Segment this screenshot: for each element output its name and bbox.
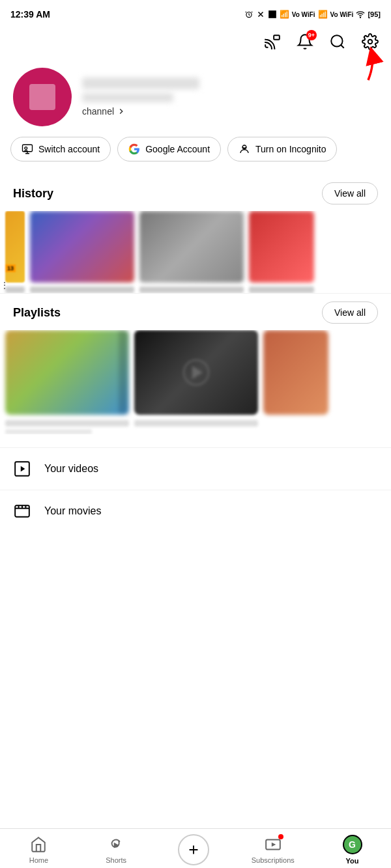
shorts-icon xyxy=(107,835,125,854)
avatar[interactable] xyxy=(13,68,72,126)
google-account-button[interactable]: Google Account xyxy=(117,137,221,161)
channel-link[interactable]: channel xyxy=(82,106,378,117)
svg-rect-1 xyxy=(268,10,276,18)
status-bar: 12:39 AM 📶 Vo WiFi 📶 Vo WiFi [95] xyxy=(0,0,391,26)
clapboard-icon xyxy=(14,503,31,520)
your-videos-label: Your videos xyxy=(44,463,98,475)
cast-icon xyxy=(264,33,281,50)
profile-name-blur xyxy=(82,77,199,89)
home-label: Home xyxy=(29,856,48,864)
history-section-header: History View all xyxy=(0,175,391,211)
settings-button[interactable] xyxy=(360,31,381,52)
playlists-section-header: Playlists View all xyxy=(0,294,391,330)
history-view-all-button[interactable]: View all xyxy=(322,182,378,204)
nav-subscriptions[interactable]: Subscriptions xyxy=(252,835,295,864)
switch-account-icon xyxy=(22,143,33,155)
svg-marker-11 xyxy=(21,466,25,472)
status-icons: 📶 Vo WiFi 📶 Vo WiFi [95] xyxy=(244,10,381,19)
google-icon xyxy=(128,143,140,155)
playlists-title: Playlists xyxy=(13,306,61,320)
shorts-label: Shorts xyxy=(106,856,126,864)
svg-point-5 xyxy=(368,40,373,44)
notification-button[interactable]: 9+ xyxy=(295,31,315,52)
action-buttons-row: Switch account Google Account Turn on In… xyxy=(0,137,391,175)
subscriptions-label: Subscriptions xyxy=(252,856,295,864)
history-title: History xyxy=(13,187,53,201)
svg-rect-3 xyxy=(274,35,280,40)
subscriptions-icon xyxy=(264,835,282,854)
notification-badge: 9+ xyxy=(306,30,317,40)
svg-point-8 xyxy=(25,147,27,150)
playlist-thumbnails xyxy=(0,330,391,434)
spacer xyxy=(0,434,391,447)
history-thumb-1[interactable] xyxy=(30,211,134,293)
nav-home[interactable]: Home xyxy=(19,835,58,864)
status-time: 12:39 AM xyxy=(10,9,50,20)
top-action-bar: 9+ xyxy=(0,26,391,57)
chevron-right-icon xyxy=(117,107,126,116)
plus-icon xyxy=(186,843,201,857)
switch-account-button[interactable]: Switch account xyxy=(10,137,111,161)
your-movies-label: Your movies xyxy=(44,505,101,517)
search-icon xyxy=(329,33,346,50)
bottom-navigation: Home Shorts Subscriptions xyxy=(0,828,391,868)
x-icon xyxy=(256,10,265,19)
nav-create[interactable] xyxy=(174,834,213,865)
history-thumb-2[interactable] xyxy=(139,211,244,293)
cast-button[interactable] xyxy=(262,31,283,52)
history-thumb-partial: 13 ⋮ xyxy=(5,211,25,293)
gear-icon xyxy=(362,33,379,50)
search-button[interactable] xyxy=(327,31,348,52)
you-avatar: G xyxy=(343,835,362,854)
svg-point-4 xyxy=(331,35,342,46)
nav-shorts[interactable]: Shorts xyxy=(96,835,136,864)
create-button[interactable] xyxy=(178,834,209,865)
profile-section: channel xyxy=(0,57,391,137)
svg-point-2 xyxy=(360,17,361,18)
incognito-icon xyxy=(239,143,250,155)
alarm-icon xyxy=(244,10,253,19)
you-label: You xyxy=(346,857,359,865)
avatar-inner xyxy=(29,84,55,110)
your-movies-icon xyxy=(13,502,31,520)
history-thumbnails: 13 ⋮ xyxy=(0,211,391,293)
home-svg xyxy=(30,836,47,853)
playlist-item-1[interactable] xyxy=(5,330,129,434)
your-videos-icon xyxy=(13,460,31,478)
profile-info: channel xyxy=(82,77,378,117)
playlist-item-3[interactable] xyxy=(263,330,328,434)
home-icon xyxy=(29,835,48,854)
playlist-item-2[interactable] xyxy=(134,330,258,434)
shorts-svg xyxy=(108,836,124,853)
nav-you[interactable]: G You xyxy=(333,835,372,865)
play-square-icon xyxy=(14,460,31,477)
incognito-button[interactable]: Turn on Incognito xyxy=(227,137,337,161)
history-thumb-3[interactable] xyxy=(249,211,314,293)
subscriptions-svg xyxy=(265,836,282,853)
square-icon xyxy=(268,10,277,19)
playlists-view-all-button[interactable]: View all xyxy=(322,301,378,324)
your-videos-item[interactable]: Your videos xyxy=(0,447,391,490)
wifi-icon xyxy=(356,10,365,19)
your-movies-item[interactable]: Your movies xyxy=(0,490,391,532)
profile-sub-blur xyxy=(82,93,173,102)
